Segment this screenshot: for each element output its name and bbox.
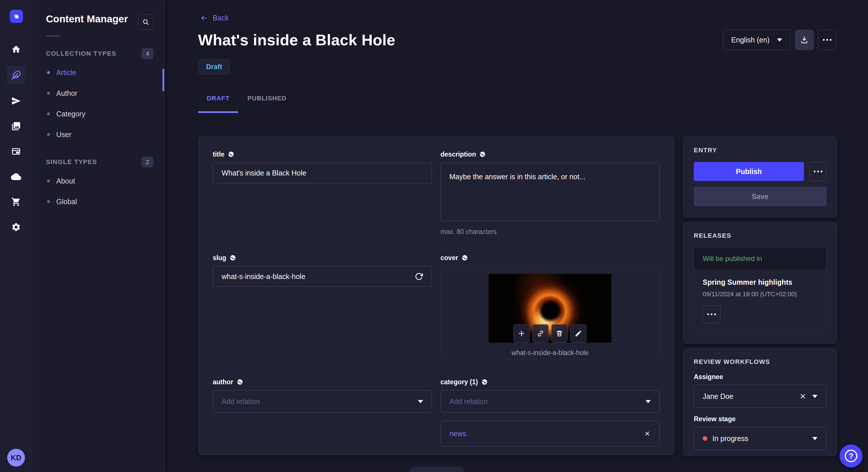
locale-dropdown[interactable]: English (en) [723,30,790,50]
clear-assignee-button[interactable] [799,393,807,400]
description-hint: max. 80 characters [441,228,660,236]
sidebar-item-article[interactable]: Article [32,62,164,83]
home-icon[interactable] [7,41,25,58]
download-button[interactable] [795,30,813,50]
title-input[interactable]: What's inside a Black Hole [213,163,432,183]
subnav-title: Content Manager [46,13,154,25]
scrollbar-thumb[interactable] [162,69,164,91]
publish-button[interactable]: Publish [694,162,804,181]
sidebar-item-label: Global [56,198,77,206]
category-placeholder: Add relation [450,398,646,406]
avatar[interactable]: KD [7,449,25,467]
active-tab-underline [198,111,238,113]
content-type-builder-icon[interactable] [7,143,25,160]
bullet-icon [47,92,50,95]
category-relation-combobox[interactable]: Add relation [441,390,660,413]
search-button[interactable] [138,14,154,30]
slug-input-value: what-s-inside-a-black-hole [222,272,414,281]
edit-media-button[interactable] [570,324,586,343]
release-more-button[interactable] [703,305,720,323]
cover-image-black-hole[interactable] [489,274,611,343]
page-title: What's inside a Black Hole [198,31,395,49]
field-category: category (1) Add relation news [441,378,660,446]
section-label-collection-types: COLLECTION TYPES [46,50,116,57]
cover-field-label: cover [441,254,458,262]
regenerate-icon[interactable] [414,272,423,281]
arrow-left-icon [200,14,208,22]
sidebar-item-label: Article [56,69,76,77]
chevron-down-icon [418,400,423,403]
review-stage-label: Review stage [694,415,826,423]
globe-icon [479,151,486,158]
question-mark-icon: ? [845,450,857,462]
send-icon[interactable] [7,92,25,109]
stage-status-dot [703,436,707,441]
review-workflows-panel: REVIEW WORKFLOWS Assignee Jane Doe Revie… [683,348,837,456]
title-input-value: What's inside a Black Hole [222,169,423,177]
bullet-icon [47,200,50,203]
slug-input[interactable]: what-s-inside-a-black-hole [213,266,432,287]
chevron-down-icon [812,395,817,398]
description-value: Maybe the answer is in this article, or … [450,173,586,181]
description-field-label: description [441,150,476,158]
review-panel-heading: REVIEW WORKFLOWS [694,358,826,366]
sidebar-item-label: About [56,177,75,185]
chevron-down-icon [646,400,651,403]
media-library-icon[interactable] [7,117,25,135]
strapi-logo[interactable] [10,10,23,23]
entry-panel: ENTRY Publish Save [683,136,837,217]
entry-more-button[interactable] [810,162,826,181]
download-icon [800,36,808,44]
assignee-combobox[interactable]: Jane Doe [694,385,826,408]
release-status: Will be published in [694,247,826,270]
status-badge: Draft [198,59,230,74]
sidebar-item-user[interactable]: User [32,124,164,145]
search-icon [142,19,150,26]
tab-published-label: PUBLISHED [247,95,286,102]
author-placeholder: Add relation [222,398,418,406]
back-link[interactable]: Back [200,14,229,22]
release-card: Will be published in Spring Summer highl… [694,247,826,331]
delete-media-button[interactable] [551,324,567,343]
description-textarea[interactable]: Maybe the answer is in this article, or … [441,163,660,221]
remove-relation-button[interactable] [644,430,651,437]
category-relation-link[interactable]: news [450,430,644,438]
sidebar-item-label: Category [56,110,85,118]
stage-value: In progress [712,434,748,443]
pencil-icon [575,330,582,337]
collection-types-count-badge: 4 [142,48,154,59]
add-media-button[interactable] [514,324,530,343]
settings-gear-icon[interactable] [7,218,25,236]
author-relation-combobox[interactable]: Add relation [213,390,432,413]
globe-icon [482,379,488,385]
marketplace-cart-icon[interactable] [7,193,25,210]
subnav-separator [46,36,60,36]
back-label: Back [213,14,229,22]
sidebar-item-global[interactable]: Global [32,191,164,212]
bullet-icon [47,112,50,115]
globe-icon [237,379,243,385]
globe-icon [228,151,234,158]
cloud-icon[interactable] [7,168,25,185]
tab-draft[interactable]: DRAFT [198,95,238,113]
assignee-label: Assignee [694,373,826,381]
content-manager-icon[interactable] [7,66,25,84]
save-button[interactable]: Save [694,187,826,206]
tab-published[interactable]: PUBLISHED [238,95,296,113]
close-icon [799,393,807,400]
strapi-logo-icon [12,12,20,20]
more-options-button[interactable] [818,30,836,50]
review-stage-select[interactable]: In progress [694,427,826,450]
entry-panel-heading: ENTRY [694,146,826,154]
sidebar-item-label: Author [56,89,78,98]
sidebar-item-author[interactable]: Author [32,83,164,103]
sidebar-item-about[interactable]: About [32,171,164,191]
category-field-label: category (1) [441,378,478,386]
content-manager-subnav: Content Manager COLLECTION TYPES 4 Artic… [32,0,165,472]
sidebar-item-category[interactable]: Category [32,103,164,124]
trash-icon [556,330,563,337]
sidebar-item-label: User [56,131,71,139]
help-button[interactable]: ? [840,444,863,467]
copy-link-button[interactable] [532,324,549,343]
cover-media-card: what-s-inside-a-black-hole [441,266,660,360]
